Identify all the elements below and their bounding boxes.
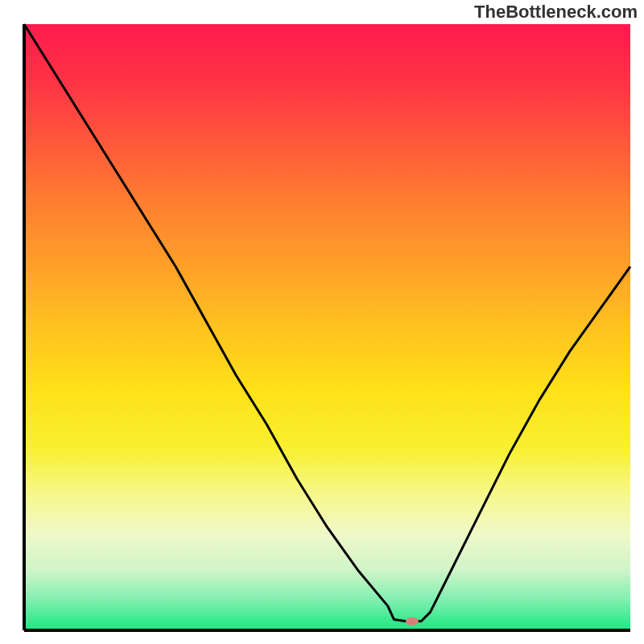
watermark-text: TheBottleneck.com: [474, 2, 638, 23]
bottleneck-chart: TheBottleneck.com: [0, 0, 644, 644]
gradient-background: [24, 24, 630, 630]
chart-svg: [0, 0, 644, 644]
optimal-marker: [406, 617, 419, 625]
